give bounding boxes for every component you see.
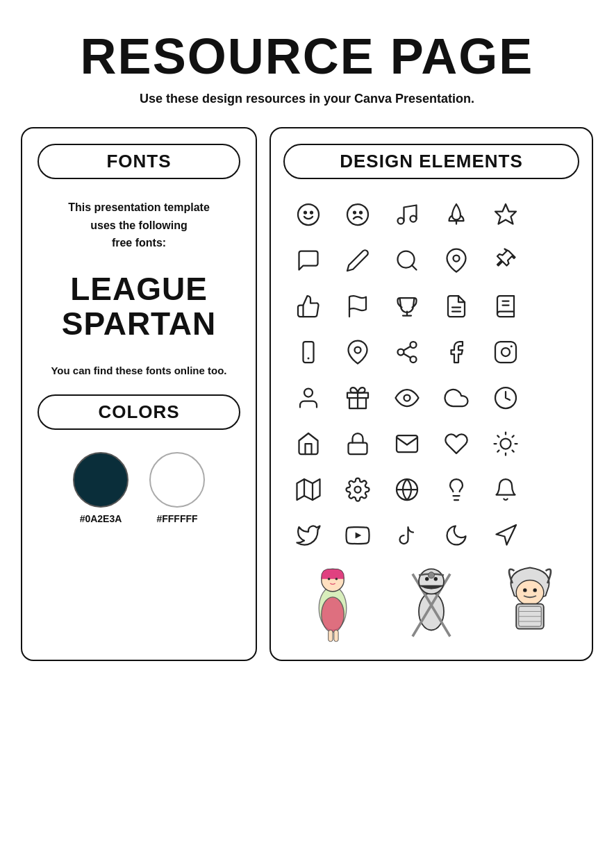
fonts-online-text: You can find these fonts online too. [51, 362, 226, 379]
icon-user [283, 378, 333, 418]
svg-line-24 [403, 353, 410, 358]
color-circle-white [149, 452, 205, 508]
icon-placeholder-5 [530, 378, 579, 418]
page-subtitle: Use these design resources in your Canva… [140, 92, 474, 106]
icon-placeholder-3 [530, 286, 579, 326]
icon-sun [481, 424, 530, 464]
icon-location [333, 332, 382, 372]
icon-lock [333, 424, 382, 464]
icon-bulb [431, 469, 481, 510]
icon-share [382, 332, 431, 372]
colors-section: COLORS #0A2E3A #FFFFFF [38, 394, 240, 524]
svg-point-56 [328, 578, 331, 581]
svg-point-4 [354, 212, 356, 214]
svg-point-12 [453, 256, 459, 262]
color-label-dark: #0A2E3A [80, 513, 122, 524]
icon-facebook [431, 332, 481, 372]
icon-thumbsup [283, 286, 333, 326]
svg-point-69 [533, 588, 537, 592]
svg-line-11 [411, 265, 416, 270]
svg-point-7 [410, 216, 416, 222]
icon-heart [431, 424, 481, 464]
icon-clock [481, 378, 530, 418]
svg-point-2 [310, 212, 313, 214]
icon-moon [431, 515, 481, 556]
svg-point-57 [335, 578, 338, 581]
svg-marker-52 [355, 532, 361, 538]
character-anime-girl [294, 564, 371, 640]
svg-rect-59 [334, 631, 338, 642]
icons-grid [283, 194, 579, 556]
icon-map [283, 469, 333, 510]
character-samurai [492, 564, 568, 640]
icon-pin [431, 240, 481, 281]
icon-trophy [382, 286, 431, 326]
icon-mail [382, 424, 431, 464]
icon-pencil [333, 240, 382, 281]
svg-point-66 [429, 572, 435, 578]
colors-label: COLORS [38, 394, 240, 430]
left-panel: FONTS This presentation templateuses the… [21, 127, 257, 661]
svg-point-54 [322, 597, 344, 632]
fonts-label: FONTS [38, 144, 240, 179]
icon-settings [333, 469, 382, 510]
icon-star [481, 194, 530, 235]
icon-search [382, 240, 431, 281]
svg-point-21 [410, 342, 416, 348]
svg-rect-26 [495, 342, 516, 362]
icon-rocket [431, 194, 481, 235]
icon-sad [333, 194, 382, 235]
color-swatch-1: #0A2E3A [73, 452, 128, 524]
icon-smiley [283, 194, 333, 235]
icon-phone [283, 332, 333, 372]
page-title: RESOURCE PAGE [81, 28, 534, 85]
icon-home [283, 424, 333, 464]
color-label-white: #FFFFFF [156, 513, 197, 524]
icon-placeholder-1 [530, 194, 579, 235]
character-ninja [393, 564, 470, 640]
svg-rect-34 [348, 443, 367, 455]
color-swatches: #0A2E3A #FFFFFF [73, 452, 205, 524]
svg-rect-58 [329, 631, 333, 642]
icon-bell [481, 469, 530, 510]
svg-line-42 [497, 451, 499, 452]
font-name: LEAGUE SPARTAN [62, 272, 217, 342]
svg-line-38 [497, 435, 499, 437]
icon-megaphone [481, 515, 530, 556]
color-circle-dark [73, 452, 128, 508]
icon-instagram [481, 332, 530, 372]
icon-placeholder-4 [530, 332, 579, 372]
main-content: FONTS This presentation templateuses the… [21, 127, 593, 661]
svg-point-67 [516, 581, 544, 606]
icon-globe [382, 469, 431, 510]
svg-line-25 [403, 347, 410, 351]
svg-point-60 [419, 593, 444, 631]
svg-point-5 [360, 212, 362, 214]
fonts-description: This presentation templateuses the follo… [68, 199, 210, 252]
svg-point-28 [510, 345, 512, 347]
svg-point-20 [354, 347, 360, 353]
svg-point-3 [347, 204, 368, 225]
icon-document [431, 286, 481, 326]
svg-line-39 [512, 451, 513, 452]
icon-book [481, 286, 530, 326]
icon-flag [333, 286, 382, 326]
icon-placeholder-8 [530, 515, 579, 556]
icon-chat [283, 240, 333, 281]
design-elements-label: DESIGN ELEMENTS [283, 144, 579, 179]
svg-point-6 [397, 218, 404, 224]
icon-cloud [431, 378, 481, 418]
character-illustrations [283, 564, 579, 640]
svg-point-0 [298, 204, 319, 225]
icon-tiktok [382, 515, 431, 556]
icon-twitter [283, 515, 333, 556]
svg-point-1 [304, 212, 306, 214]
svg-point-29 [304, 389, 313, 397]
svg-point-35 [500, 439, 511, 449]
svg-point-32 [404, 395, 410, 401]
right-panel: DESIGN ELEMENTS [269, 127, 593, 661]
icon-gift [333, 378, 382, 418]
icon-placeholder-2 [530, 240, 579, 281]
svg-point-22 [397, 349, 404, 356]
icon-pushpin [481, 240, 530, 281]
